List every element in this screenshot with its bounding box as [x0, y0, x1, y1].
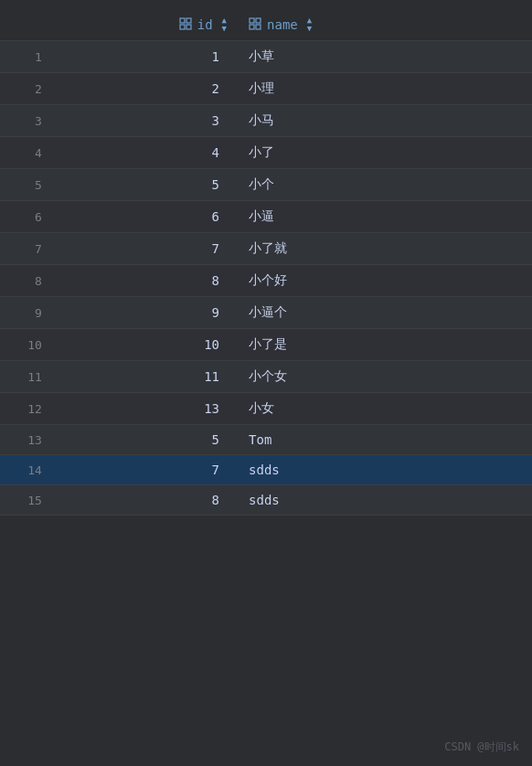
id-cell: 3	[57, 105, 238, 137]
id-cell: 8	[57, 485, 238, 516]
id-column-label: id	[197, 17, 213, 32]
table-row[interactable]: 1010小了是	[0, 329, 532, 361]
svg-rect-4	[250, 18, 254, 23]
table-container: id ▲ ▼	[0, 0, 532, 766]
name-cell: 小个好	[238, 265, 532, 297]
row-number-cell: 9	[0, 297, 57, 329]
id-cell: 5	[57, 425, 238, 455]
svg-rect-0	[180, 18, 185, 23]
table-row[interactable]: 22小理	[0, 73, 532, 105]
row-number-cell: 5	[0, 169, 57, 201]
row-number-cell: 3	[0, 105, 57, 137]
name-cell: Tom	[238, 425, 532, 455]
table-header-row: id ▲ ▼	[0, 9, 532, 41]
name-cell: 小女	[238, 393, 532, 425]
name-sort-icon[interactable]: ▲ ▼	[307, 16, 312, 33]
name-cell: 小逼	[238, 201, 532, 233]
svg-rect-6	[250, 25, 254, 29]
table-row[interactable]: 77小了就	[0, 233, 532, 265]
row-number-cell: 13	[0, 425, 57, 455]
table-row[interactable]: 147sdds	[0, 455, 532, 485]
name-cell: sdds	[238, 485, 532, 516]
name-cell: 小理	[238, 73, 532, 105]
name-cell: 小个	[238, 169, 532, 201]
table-row[interactable]: 158sdds	[0, 485, 532, 516]
svg-rect-3	[186, 25, 191, 29]
row-number-cell: 14	[0, 455, 57, 485]
table-row[interactable]: 55小个	[0, 169, 532, 201]
id-cell: 7	[57, 233, 238, 265]
id-cell: 11	[57, 361, 238, 393]
name-column-label: name	[267, 17, 298, 32]
row-number-cell: 7	[0, 233, 57, 265]
id-column-header[interactable]: id ▲ ▼	[57, 9, 238, 41]
name-cell: 小草	[238, 41, 532, 73]
name-column-header[interactable]: name ▲ ▼	[238, 9, 532, 41]
id-cell: 5	[57, 169, 238, 201]
id-cell: 10	[57, 329, 238, 361]
name-cell: 小了是	[238, 329, 532, 361]
table-body: 11小草22小理33小马44小了55小个66小逼77小了就88小个好99小逼个1…	[0, 41, 532, 516]
row-number-header	[0, 9, 57, 41]
name-cell: 小个女	[238, 361, 532, 393]
row-number-cell: 4	[0, 137, 57, 169]
name-cell: 小逼个	[238, 297, 532, 329]
name-cell: sdds	[238, 455, 532, 485]
name-cell: 小了就	[238, 233, 532, 265]
data-table: id ▲ ▼	[0, 9, 532, 516]
svg-rect-5	[256, 18, 261, 23]
table-row[interactable]: 33小马	[0, 105, 532, 137]
row-number-cell: 12	[0, 393, 57, 425]
row-number-cell: 1	[0, 41, 57, 73]
table-row[interactable]: 1111小个女	[0, 361, 532, 393]
table-row[interactable]: 99小逼个	[0, 297, 532, 329]
name-cell: 小马	[238, 105, 532, 137]
row-number-cell: 11	[0, 361, 57, 393]
row-number-cell: 2	[0, 73, 57, 105]
id-cell: 1	[57, 41, 238, 73]
name-cell: 小了	[238, 137, 532, 169]
row-number-cell: 15	[0, 485, 57, 516]
table-row[interactable]: 66小逼	[0, 201, 532, 233]
id-cell: 2	[57, 73, 238, 105]
table-row[interactable]: 11小草	[0, 41, 532, 73]
svg-rect-7	[256, 25, 261, 29]
id-cell: 8	[57, 265, 238, 297]
table-row[interactable]: 1213小女	[0, 393, 532, 425]
name-column-grid-icon	[249, 17, 261, 33]
table-row[interactable]: 135Tom	[0, 425, 532, 455]
row-number-cell: 10	[0, 329, 57, 361]
svg-rect-2	[180, 25, 185, 29]
id-cell: 4	[57, 137, 238, 169]
id-cell: 9	[57, 297, 238, 329]
table-row[interactable]: 44小了	[0, 137, 532, 169]
svg-rect-1	[186, 18, 191, 23]
id-sort-icon[interactable]: ▲ ▼	[222, 16, 227, 33]
id-cell: 13	[57, 393, 238, 425]
row-number-cell: 8	[0, 265, 57, 297]
id-cell: 6	[57, 201, 238, 233]
watermark: CSDN @时间sk	[444, 739, 519, 755]
row-number-cell: 6	[0, 201, 57, 233]
id-column-grid-icon	[179, 17, 192, 33]
table-row[interactable]: 88小个好	[0, 265, 532, 297]
id-cell: 7	[57, 455, 238, 485]
